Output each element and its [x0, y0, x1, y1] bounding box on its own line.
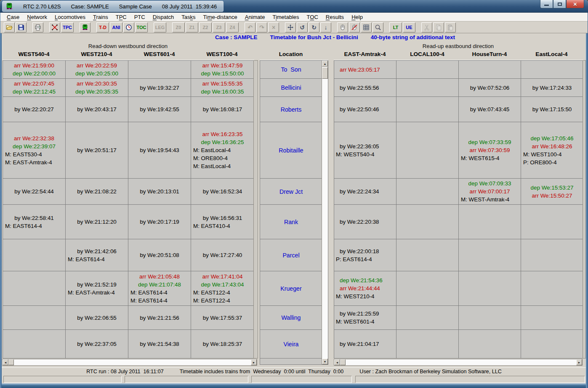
timetable-row: by We:21:25:59M: WEST601-4 [334, 306, 583, 330]
tpc-button[interactable]: TPC [61, 22, 74, 32]
timetable-cell: by We:22:55:56 [334, 79, 396, 97]
menu-item-help[interactable]: Help [348, 13, 367, 21]
east-table-hscrollbar[interactable]: ◄ ► [334, 359, 583, 366]
status-time-range: Timetable includes trains from Wednesday… [180, 369, 344, 375]
toolbar-group: ↶↷× [245, 22, 280, 32]
location-cell: Robitaille [260, 122, 322, 179]
timetable-row: by We:22:54:44by We:21:08:22by We:20:13:… [3, 179, 254, 205]
by-time: by We:21:21:56 [128, 314, 191, 322]
scrollbar-track[interactable] [14, 359, 251, 365]
timetable-cell [459, 271, 521, 306]
drop-down-button-icon: ↓ [325, 24, 327, 31]
status-pane [251, 376, 352, 383]
menu-item-results[interactable]: Results [322, 13, 348, 21]
extra-note: 40-byte string of additional text [371, 34, 455, 40]
scrollbar-thumb[interactable] [8, 359, 14, 365]
timetable-cell: by We:21:04:17 [334, 330, 396, 359]
lt-button[interactable]: LT [389, 22, 402, 32]
scrollbar-thumb[interactable] [340, 359, 346, 365]
menu-item-animate[interactable]: Animate [241, 13, 269, 21]
timetable-row: by We:21:42:06M: EAST614-4by We:20:51:08… [3, 239, 254, 271]
timetable-cell [396, 271, 459, 306]
td-button[interactable]: T-D [96, 22, 109, 32]
minimize-button[interactable] [540, 0, 553, 8]
west-table-vscrollbar[interactable] [253, 60, 258, 359]
dep-time: dep We:22:12:45 [3, 88, 65, 96]
scroll-down-icon[interactable]: ▼ [322, 359, 328, 364]
drop-down-button[interactable]: ↓ [320, 22, 331, 32]
timetable-cell: by We:22:54:44 [3, 179, 66, 205]
timetable-cell: by We:20:17:19 [128, 205, 191, 239]
ani-button[interactable]: ANI [110, 22, 122, 32]
column-header: WEST601-4 [128, 51, 191, 57]
ue-button[interactable]: UE [403, 22, 415, 32]
location-scrollbar[interactable]: ▲ ▼ [322, 61, 328, 364]
dep-time: dep We:21:07:48 [128, 281, 191, 289]
timetable-cell: arr We:15:47:59dep We:15:50:00 [191, 61, 254, 79]
zoom-button[interactable] [372, 22, 383, 32]
undo-button: ↶ [245, 22, 255, 32]
menu-item-case[interactable]: Case [3, 13, 23, 21]
scroll-right-icon[interactable]: ► [576, 359, 582, 365]
by-time: by We:22:20:38 [334, 218, 396, 226]
menu-item-toc[interactable]: TOC [303, 13, 322, 21]
toolbar-group: ↺↻↓ [285, 22, 332, 32]
timetable-cell: by We:07:52:06 [459, 79, 521, 97]
status-pane [125, 376, 248, 383]
save-button[interactable] [16, 22, 27, 32]
rotate-ccw-button[interactable]: ↺ [297, 22, 308, 32]
west-table-hscrollbar[interactable]: ◄ ► [2, 359, 257, 366]
pan-button[interactable] [285, 22, 296, 32]
by-time: by We:07:52:06 [459, 84, 521, 92]
arr-time: arr We:16:48:26 [521, 142, 583, 150]
menu-item-locomotives[interactable]: Locomotives [51, 13, 89, 21]
z3-button: Z3 [213, 22, 225, 32]
menu-item-dispatch[interactable]: Dispatch [149, 13, 178, 21]
mouse-off-button[interactable] [349, 22, 360, 32]
menu-item-trains[interactable]: Trains [89, 13, 112, 21]
dep-time: dep We:07:33:59 [459, 138, 521, 146]
menu-item-time-distance[interactable]: Time-distance [200, 13, 241, 21]
by-time: by We:21:52:19 [66, 281, 128, 289]
location-list: To SonBelliciniRobertsRobitailleDrew Jct… [260, 61, 322, 359]
meet-pass-note: M: EAST-Amtrak-4 [3, 158, 65, 166]
open-file-button[interactable] [4, 22, 15, 32]
timetable-cell: arr We:23:05:17 [334, 61, 396, 79]
menu-item-timetables[interactable]: Timetables [269, 13, 303, 21]
location-cell: Bellicini [260, 79, 322, 97]
rotate-cw-button[interactable]: ↻ [309, 22, 319, 32]
meet-pass-note: M: WEST210-4 [334, 292, 396, 300]
mouse-mode-button[interactable] [337, 22, 348, 32]
status-pane [355, 376, 585, 383]
east-table-vscrollbar[interactable] [583, 60, 586, 359]
menu-item-tpc[interactable]: TPC [112, 13, 130, 21]
timetable-row: by We:21:04:17 [334, 330, 583, 359]
menu-item-ptc[interactable]: PTC [130, 13, 149, 21]
grid-button[interactable] [361, 22, 372, 32]
timetable-cell [396, 239, 459, 271]
scrollbar-track[interactable] [346, 359, 576, 365]
close-button[interactable]: × [566, 0, 584, 8]
scroll-left-icon[interactable]: ◄ [3, 359, 8, 365]
timetable-cell [459, 61, 521, 79]
timetable-cell: by We:19:42:55 [128, 97, 191, 122]
menu-item-network[interactable]: Network [23, 13, 51, 21]
toolbar-group: LEG [154, 22, 167, 32]
timetable-cell: dep We:07:33:59arr We:07:30:59M: WEST615… [459, 122, 521, 179]
scroll-up-icon[interactable]: ▲ [322, 61, 328, 67]
timetable-row: by We:22:50:46by We:07:43:45by We:17:15:… [334, 97, 583, 122]
by-time: by We:22:00:18 [334, 247, 396, 255]
toc-button[interactable]: TOC [135, 22, 148, 32]
maximize-button[interactable] [553, 0, 566, 8]
eastbound-direction-label: Read-up eastbound direction [334, 43, 583, 49]
print-button[interactable] [32, 22, 43, 32]
scrollbar-thumb[interactable] [322, 67, 328, 79]
by-time: by We:21:04:17 [334, 340, 396, 348]
menu-item-tasks[interactable]: Tasks [178, 13, 199, 21]
scroll-right-icon[interactable]: ► [251, 359, 257, 365]
timetable-cell: by We:16:56:31M: EAST410-4 [191, 205, 254, 239]
scroll-left-icon[interactable]: ◄ [334, 359, 340, 365]
train-dispatcher-button[interactable] [80, 22, 90, 32]
time-distance-graph-button[interactable] [49, 22, 60, 32]
clock-button[interactable] [123, 22, 134, 32]
